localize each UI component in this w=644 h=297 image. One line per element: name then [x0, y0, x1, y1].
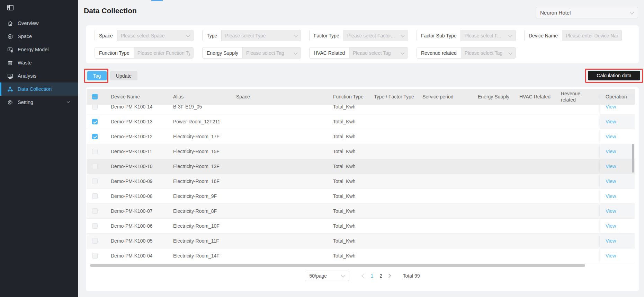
filter-space: Space Please select Space: [95, 30, 194, 41]
prev-page-icon[interactable]: [359, 272, 367, 280]
alias-cell: Electricity-Room_10F: [168, 219, 231, 233]
sidebar-item-label: Analysis: [18, 73, 36, 79]
filter-device-name: Device Name Please enter Device Nan: [524, 30, 622, 41]
hvac-related-select[interactable]: Please select Tag: [349, 47, 408, 58]
row-checkbox[interactable]: [92, 134, 98, 139]
alias-cell: Electricity-Room_15F: [168, 144, 231, 159]
sidebar-item-label: Waste: [18, 60, 32, 65]
sidebar-item-space[interactable]: Space: [0, 30, 78, 43]
device-name-cell: Demo-PM-K100-06: [106, 219, 168, 233]
view-link[interactable]: View: [606, 105, 616, 110]
sidebar-item-data-collection[interactable]: Data Collection: [0, 82, 78, 96]
device-name-cell: Demo-PM-K100-05: [106, 234, 168, 248]
type-select[interactable]: Please select Type: [222, 30, 301, 41]
horizontal-scrollbar-thumb[interactable]: [90, 264, 585, 267]
col-function-type: Function Type: [328, 94, 369, 99]
sidebar-item-setting[interactable]: Setting: [0, 96, 78, 109]
alias-cell: Electricity-Room_9F: [168, 189, 231, 203]
calculation-data-button[interactable]: Calculation data: [588, 71, 640, 80]
view-link[interactable]: View: [606, 119, 616, 124]
factor-type-select[interactable]: Please select Factor...: [344, 30, 408, 41]
col-device-name: Device Name: [106, 94, 168, 99]
sidebar-collapse-icon[interactable]: [7, 4, 14, 11]
table-row: Demo-PM-K100-06 Electricity-Room_10F Tot…: [87, 219, 635, 234]
update-button[interactable]: Update: [110, 71, 137, 80]
table-row: Demo-PM-K100-05 Electricity-Room_11F Tot…: [87, 234, 635, 248]
alias-cell: B-3F-E19_05: [168, 105, 231, 114]
alias-cell: Power-Room_12F211: [168, 114, 231, 129]
view-link[interactable]: View: [606, 164, 616, 169]
sidebar-item-energy-model[interactable]: Energy Model: [0, 43, 78, 56]
monitor-refresh-icon: [7, 47, 13, 53]
view-link[interactable]: View: [606, 149, 616, 154]
revenue-related-select[interactable]: Please select Tag: [461, 47, 516, 58]
filter-label: HVAC Related: [310, 47, 349, 58]
view-link[interactable]: View: [606, 208, 616, 214]
sidebar-item-label: Space: [18, 34, 32, 39]
table-header: Device Name Alias Space Function Type Ty…: [87, 89, 635, 105]
page-size-select[interactable]: 50/page: [305, 271, 349, 281]
row-checkbox[interactable]: [92, 119, 98, 124]
device-name-cell: Demo-PM-K100-12: [106, 129, 168, 144]
factor-sub-type-select[interactable]: Please select F...: [461, 30, 516, 41]
row-checkbox[interactable]: [92, 149, 98, 154]
function-type-cell: Total_Kwh: [328, 234, 369, 248]
view-link[interactable]: View: [606, 223, 616, 229]
view-link[interactable]: View: [606, 253, 616, 259]
sidebar-item-waste[interactable]: Waste: [0, 56, 78, 69]
row-checkbox[interactable]: [92, 208, 98, 214]
sidebar: Overview Space Energy Model: [0, 0, 78, 297]
hotel-selector-value: Neuron Hotel: [540, 10, 630, 16]
hotel-selector[interactable]: Neuron Hotel: [536, 7, 638, 18]
sidebar-item-analysis[interactable]: Analysis: [0, 69, 78, 82]
chevron-down-icon: [66, 101, 70, 104]
function-type-input[interactable]: Please enter Function Ty: [134, 47, 193, 58]
device-name-cell: Demo-PM-K100-09: [106, 174, 168, 189]
vertical-scrollbar-thumb[interactable]: [632, 144, 634, 173]
tag-button[interactable]: Tag: [87, 71, 107, 80]
row-checkbox[interactable]: [92, 223, 98, 229]
filter-label: Type: [203, 30, 222, 41]
row-checkbox[interactable]: [92, 178, 98, 184]
table-row: Demo-PM-K100-11 Electricity-Room_15F Tot…: [87, 144, 635, 159]
row-checkbox[interactable]: [92, 164, 98, 169]
row-checkbox[interactable]: [92, 193, 98, 199]
row-checkbox[interactable]: [92, 105, 98, 110]
sidebar-item-overview[interactable]: Overview: [0, 17, 78, 30]
device-name-cell: Demo-PM-K100-14: [106, 105, 168, 114]
device-name-input[interactable]: Please enter Device Nan: [562, 30, 621, 41]
filter-label: Device Name: [525, 30, 562, 41]
table-row: Demo-PM-K100-10 Electricity-Room_13F Tot…: [87, 159, 635, 174]
trash-icon: [7, 60, 13, 66]
sidebar-item-label: Overview: [18, 20, 38, 26]
table-row: Demo-PM-K100-09 Electricity-Room_16F Tot…: [87, 174, 635, 189]
top-loading-indicator: [151, 0, 163, 1]
view-link[interactable]: View: [606, 178, 616, 184]
function-type-cell: Total_Kwh: [328, 189, 369, 203]
col-alias: Alias: [168, 94, 231, 99]
energy-supply-select[interactable]: Please select Tag: [243, 47, 301, 58]
view-link[interactable]: View: [606, 193, 616, 199]
next-page-icon[interactable]: [385, 272, 394, 280]
chevron-down-icon: [401, 34, 404, 37]
filter-revenue-related: Revenue related Please select Tag: [417, 47, 516, 59]
alias-cell: Electricity-Room_16F: [168, 174, 231, 189]
filter-label: Factor Type: [310, 30, 344, 41]
function-type-cell: Total_Kwh: [328, 105, 369, 114]
device-name-cell: Demo-PM-K100-13: [106, 114, 168, 129]
filter-panel: Space Please select Space Type Please se…: [86, 25, 639, 63]
page-number-2[interactable]: 2: [376, 272, 385, 280]
row-checkbox[interactable]: [92, 253, 98, 259]
total-count: Total 99: [403, 273, 420, 279]
chevron-down-icon: [630, 11, 634, 15]
view-link[interactable]: View: [606, 134, 616, 139]
select-all-checkbox[interactable]: [92, 94, 98, 99]
row-checkbox[interactable]: [92, 238, 98, 244]
page-number-1[interactable]: 1: [367, 272, 376, 280]
page-title: Data Collection: [84, 7, 137, 15]
view-link[interactable]: View: [606, 238, 616, 244]
space-select[interactable]: Please select Space: [117, 30, 193, 41]
filter-type: Type Please select Type: [202, 30, 301, 41]
col-operation: Operation: [600, 94, 635, 99]
alias-cell: Electricity-Room_14F: [168, 248, 231, 263]
